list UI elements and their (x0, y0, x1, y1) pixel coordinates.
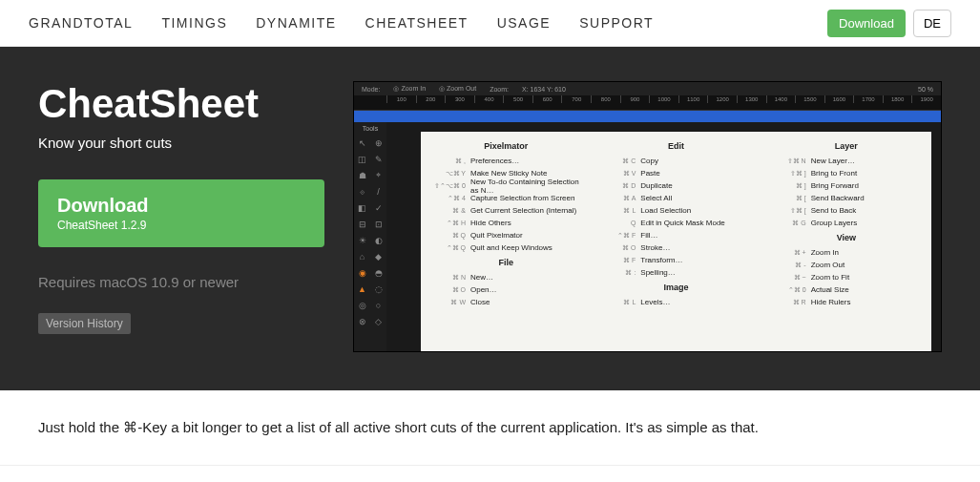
hero: CheatSheet Know your short cuts Download… (0, 47, 980, 390)
nav-links: GRANDTOTAL TIMINGS DYNAMITE CHEATSHEET U… (29, 15, 654, 31)
shortcut-keys: Q (600, 220, 640, 226)
shortcut-name: Close (470, 298, 581, 306)
shortcut-keys: ⌃⌘ 4 (430, 195, 470, 202)
shortcut-row: ⌘ :Spelling… (600, 266, 751, 279)
shortcut-keys: ⇧⌃⌥⌘ 0 (430, 182, 470, 190)
group-title: View (771, 233, 922, 242)
shortcut-name: Copy (640, 157, 751, 165)
shortcut-panel: Pixelmator⌘ ,Preferences…⌥⌘ YMake New St… (421, 132, 931, 351)
nav-grandtotal[interactable]: GRANDTOTAL (29, 15, 133, 31)
shortcut-name: Spelling… (640, 268, 751, 277)
language-button[interactable]: DE (913, 10, 951, 37)
shortcut-row: ⌘ RHide Rulers (771, 296, 922, 308)
shortcut-keys: ⌘ C (600, 157, 640, 165)
shortcut-name: Group Layers (811, 219, 922, 227)
tagline: Just hold the ⌘-Key a bit longer to get … (0, 390, 980, 466)
shortcut-keys: ⌘ & (430, 207, 470, 215)
shortcut-name: Quit Pixelmator (470, 231, 581, 240)
hero-left: CheatSheet Know your short cuts Download… (38, 81, 324, 352)
shortcut-row: ⇧⌃⌥⌘ 0New To-do Containing Selection as … (430, 179, 581, 192)
shortcut-row: ⌘ VPaste (600, 167, 751, 179)
shortcut-keys: ⌘ Q (430, 232, 470, 240)
shortcut-row: ⌃⌘ QQuit and Keep Windows (430, 241, 581, 254)
shortcut-keys: ⌘ , (430, 157, 470, 165)
shortcut-name: Load Selection (640, 206, 751, 215)
shortcut-keys: ⌘ : (600, 269, 640, 277)
shortcut-row: ⌘ DDuplicate (600, 179, 751, 192)
shortcut-name: Hide Others (470, 219, 581, 227)
shot-toolbar: Mode: ◎ Zoom In ◎ Zoom Out Zoom: X: 1634… (354, 82, 941, 95)
shortcut-name: Preferences… (470, 157, 581, 165)
shot-tools-header: Tools (363, 122, 378, 135)
shortcut-row: ⌘ &Get Current Selection (Internal) (430, 204, 581, 217)
shortcut-keys: ⌘ [ (771, 195, 811, 202)
shot-coords: X: 1634 Y: 610 (522, 86, 566, 93)
shortcut-name: New Layer… (811, 157, 922, 165)
page-subtitle: Know your short cuts (38, 135, 324, 151)
nav-timings[interactable]: TIMINGS (161, 15, 227, 31)
panel-col-mid: Edit⌘ CCopy⌘ VPaste⌘ DDuplicate⌘ ASelect… (591, 132, 761, 351)
page-title: CheatSheet (38, 81, 324, 127)
shortcut-row: ⌘ CCopy (600, 155, 751, 167)
shortcut-keys: ⌘ N (430, 274, 470, 282)
shortcut-name: Transform… (640, 256, 751, 264)
shortcut-row: ⌃⌘ 0Actual Size (771, 283, 922, 296)
shortcut-name: Zoom In (811, 248, 922, 257)
nav-support[interactable]: SUPPORT (579, 15, 654, 31)
shot-tools: Tools ↖⊕ ◫✎ ☗⌖ ⟐/ ◧✓ ⊟⊡ ☀◐ ⌂◆ ◉◓ ▲◌ ◎○ ⊗… (354, 122, 386, 351)
shortcut-name: Capture Selection from Screen (470, 194, 581, 202)
shot-bluebar (354, 111, 941, 122)
download-button-large[interactable]: Download CheatSheet 1.2.9 (38, 179, 324, 247)
shortcut-name: Duplicate (640, 181, 751, 190)
shot-zoom-label: Zoom: (490, 86, 509, 93)
shortcut-keys: ⌘ O (600, 244, 640, 252)
shortcut-row: ⌘ ~Zoom to Fit (771, 271, 922, 283)
download-button-small[interactable]: Download (827, 10, 906, 37)
shortcut-name: Send to Back (811, 206, 922, 215)
shortcut-name: Bring to Front (811, 169, 922, 178)
shortcut-keys: ⌘ G (771, 220, 811, 227)
shortcut-name: Levels… (640, 298, 751, 306)
shortcut-name: Paste (640, 169, 751, 178)
shortcut-name: Fill… (640, 231, 751, 240)
shortcut-name: New To-do Containing Selection as N… (470, 178, 581, 195)
group-title: Layer (771, 141, 922, 151)
shortcut-row: ⌘ [Send Backward (771, 192, 922, 204)
nav-cheatsheet[interactable]: CHEATSHEET (365, 15, 469, 31)
shortcut-name: Edit in Quick Mask Mode (640, 219, 751, 227)
version-history-link[interactable]: Version History (38, 313, 131, 334)
nav-usage[interactable]: USAGE (497, 15, 552, 31)
shortcut-keys: ⌘ + (771, 249, 811, 257)
shortcut-name: Stroke… (640, 243, 751, 252)
shortcut-keys: ⌘ L (600, 299, 640, 306)
shortcut-row: ⌘ ,Preferences… (430, 155, 581, 167)
shortcut-row: ⌘ QQuit Pixelmator (430, 229, 581, 241)
shot-zoomin: ◎ Zoom In (393, 85, 426, 93)
panel-col-left: Pixelmator⌘ ,Preferences…⌥⌘ YMake New St… (421, 132, 591, 351)
shortcut-keys: ⌘ - (771, 262, 811, 269)
shortcut-keys: ⇧⌘ ] (771, 170, 811, 178)
system-requirements: Requires macOS 10.9 or newer (38, 274, 324, 290)
shortcut-name: Open… (470, 285, 581, 294)
shortcut-row: ⌘ FTransform… (600, 254, 751, 266)
nav-right: Download DE (827, 10, 951, 37)
app-screenshot: Mode: ◎ Zoom In ◎ Zoom Out Zoom: X: 1634… (353, 81, 942, 352)
shortcut-keys: ⌘ A (600, 195, 640, 202)
shortcut-keys: ⌘ W (430, 299, 470, 306)
shortcut-row: ⌃⌘ HHide Others (430, 217, 581, 229)
nav-dynamite[interactable]: DYNAMITE (256, 15, 336, 31)
download-version: CheatSheet 1.2.9 (57, 219, 305, 232)
shortcut-keys: ⌘ L (600, 207, 640, 215)
shot-mode: Mode: (362, 86, 380, 93)
shortcut-keys: ⌃⌘ 0 (771, 286, 811, 294)
shortcut-keys: ⌘ V (600, 170, 640, 178)
shortcut-row: ⌘ WClose (430, 296, 581, 308)
shortcut-name: New… (470, 273, 581, 282)
shortcut-keys: ⌘ D (600, 182, 640, 190)
group-title: Pixelmator (430, 141, 581, 151)
shortcut-keys: ⌥⌘ Y (430, 170, 470, 178)
shortcut-row: ⌘ OStroke… (600, 241, 751, 254)
shortcut-name: Send Backward (811, 194, 922, 202)
shortcut-row: ⌃⌘ 4Capture Selection from Screen (430, 192, 581, 204)
shortcut-keys: ⇧⌘ N (771, 157, 811, 165)
